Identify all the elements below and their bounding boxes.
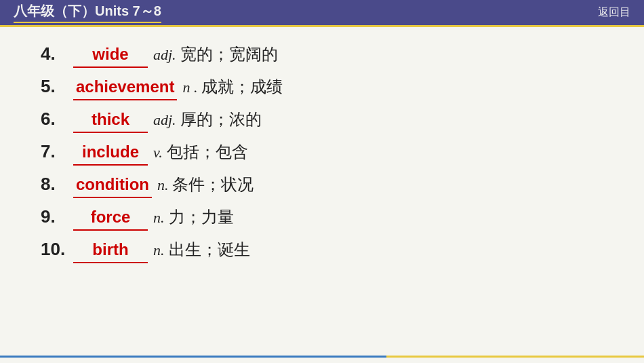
vocab-item: 7.includev.包括；包含 — [41, 138, 603, 166]
item-meaning: 成就；成绩 — [201, 75, 283, 99]
item-word: condition — [73, 172, 152, 198]
vocab-item: 9.forcen.力；力量 — [41, 204, 603, 231]
item-word: force — [73, 205, 148, 231]
item-meaning: 宽的；宽阔的 — [180, 42, 278, 66]
header-title: 八年级（下）Units 7～8 — [14, 2, 161, 23]
vocab-item: 10.birthn.出生；诞生 — [41, 236, 603, 263]
item-word: thick — [73, 107, 148, 133]
item-word: achievement — [73, 75, 177, 100]
vocab-item: 8.conditionn.条件；状况 — [41, 171, 603, 198]
vocab-item: 6.thickadj.厚的；浓的 — [41, 106, 603, 133]
item-pos: adj. — [153, 109, 176, 131]
item-number: 8. — [41, 171, 73, 197]
item-number: 7. — [41, 138, 73, 165]
item-number: 9. — [41, 204, 73, 230]
item-number: 6. — [41, 106, 73, 132]
item-word: wide — [73, 42, 148, 68]
back-button[interactable]: 返回目 — [598, 5, 630, 20]
item-pos: v. — [153, 141, 163, 164]
header: 八年级（下）Units 7～8 返回目 — [0, 0, 644, 27]
item-number: 5. — [41, 73, 73, 100]
vocab-item: 5.achievementn .成就；成绩 — [41, 73, 603, 100]
item-pos: n. — [157, 174, 169, 196]
item-meaning: 包括；包含 — [167, 140, 248, 164]
item-meaning: 条件；状况 — [172, 172, 254, 197]
item-number: 10. — [41, 236, 73, 263]
vocab-list: 4.wideadj.宽的；宽阔的5.achievementn .成就；成绩6.t… — [0, 27, 644, 277]
item-number: 4. — [41, 41, 73, 67]
item-meaning: 力；力量 — [169, 205, 234, 229]
vocab-item: 4.wideadj.宽的；宽阔的 — [41, 41, 603, 68]
item-word: include — [73, 140, 148, 166]
item-word: birth — [73, 237, 148, 263]
item-pos: n. — [153, 239, 165, 261]
bottom-decorative-line — [0, 356, 644, 358]
item-meaning: 厚的；浓的 — [180, 107, 262, 132]
item-pos: n . — [182, 76, 197, 98]
item-meaning: 出生；诞生 — [169, 237, 250, 262]
item-pos: adj. — [153, 43, 176, 66]
item-pos: n. — [153, 206, 165, 229]
